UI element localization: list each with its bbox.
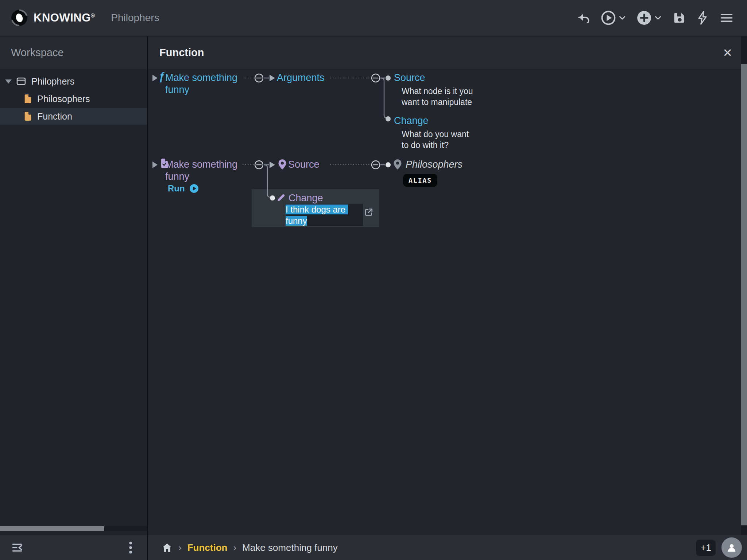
run-button[interactable]: Run	[168, 183, 199, 194]
call-source-label[interactable]: Source	[288, 159, 320, 171]
collapse-sidebar-icon[interactable]	[11, 541, 23, 554]
lightning-icon[interactable]	[697, 11, 708, 25]
graph-canvas[interactable]: ƒ Make something funny Arguments Source …	[148, 70, 741, 535]
breadcrumb-node[interactable]: Make something funny	[242, 542, 338, 553]
sidebar-horizontal-scrollbar[interactable]	[0, 526, 147, 531]
function-call-name[interactable]: Make something funny	[165, 159, 245, 183]
breadcrumb-separator: ›	[233, 542, 236, 553]
sidebar: Philophers Philosophers Function	[0, 70, 147, 535]
close-icon[interactable]: ✕	[723, 46, 732, 60]
avatar[interactable]	[721, 537, 742, 558]
chevron-down-icon[interactable]	[654, 15, 662, 21]
project-name: Philophers	[111, 12, 159, 24]
panel-title: Function	[159, 47, 204, 59]
collapse-arrow-icon[interactable]	[152, 75, 158, 81]
play-circle-icon[interactable]	[601, 11, 616, 25]
plus-circle-icon[interactable]	[637, 11, 651, 25]
vertical-scrollbar[interactable]	[741, 36, 747, 535]
menu-icon[interactable]	[719, 12, 734, 24]
breadcrumb-separator: ›	[178, 542, 182, 553]
scrollbar-thumb[interactable]	[741, 64, 747, 525]
param-change-description: What do you want to do with it?	[402, 129, 477, 151]
brand-name: KNOWING®	[34, 11, 95, 24]
save-icon[interactable]	[673, 11, 686, 24]
home-icon[interactable]	[162, 542, 173, 553]
person-icon	[726, 542, 737, 553]
collapse-arrow-icon[interactable]	[152, 162, 158, 168]
sidebar-item-philosophers[interactable]: Philosophers	[0, 90, 147, 107]
map-pin-icon	[278, 159, 287, 170]
pencil-icon	[276, 193, 286, 202]
overflow-count-badge[interactable]: +1	[696, 540, 716, 556]
chevron-down-icon[interactable]	[619, 15, 626, 21]
kebab-menu-icon[interactable]	[128, 541, 133, 554]
tree-item-label: Philosophers	[37, 94, 90, 104]
panel-header: Function ✕	[148, 36, 747, 69]
sidebar-item-function[interactable]: Function	[0, 108, 147, 125]
function-def-name[interactable]: Make something funny	[165, 72, 245, 96]
alias-badge: ALIAS	[403, 174, 437, 187]
source-value[interactable]: Philosophers	[406, 159, 462, 171]
param-change-label[interactable]: Change	[394, 115, 429, 127]
function-symbol: ƒ	[159, 70, 165, 83]
sidebar-item-philophers[interactable]: Philophers	[0, 73, 147, 90]
selected-text: I think dogs are funny	[286, 205, 348, 226]
sidebar-header: Workspace	[0, 36, 147, 69]
scrollbar-thumb[interactable]	[0, 526, 104, 531]
undo-icon[interactable]	[576, 12, 590, 23]
bottom-bar: › Function › Make something funny +1	[0, 535, 747, 560]
workspace-title: Workspace	[11, 47, 64, 59]
tree-item-label: Function	[37, 111, 72, 122]
caret-down-icon[interactable]	[5, 79, 12, 83]
param-source-label[interactable]: Source	[394, 72, 425, 84]
external-link-icon[interactable]	[364, 207, 374, 217]
add-menu-button[interactable]	[637, 11, 662, 25]
run-label: Run	[168, 183, 185, 194]
app-logo-icon	[11, 9, 28, 26]
registered-mark: ®	[91, 12, 95, 19]
change-value-input[interactable]: I think dogs are funny	[286, 204, 363, 226]
file-icon	[23, 111, 32, 121]
breadcrumb-function[interactable]: Function	[187, 542, 228, 553]
file-icon	[23, 94, 32, 104]
param-source-description: What node is it you want to manipulate	[402, 86, 477, 108]
call-change-label[interactable]: Change	[289, 192, 323, 204]
window-icon	[16, 77, 26, 86]
sidebar-footer	[0, 535, 147, 560]
tree-root-label: Philophers	[31, 76, 74, 87]
breadcrumb: › Function › Make something funny	[162, 535, 338, 560]
map-pin-icon	[393, 159, 402, 170]
bottom-bar-divider	[147, 535, 148, 560]
run-menu-button[interactable]	[601, 11, 626, 25]
top-bar: KNOWING® Philophers	[0, 0, 747, 36]
play-icon	[189, 184, 199, 193]
arguments-label[interactable]: Arguments	[277, 72, 325, 84]
